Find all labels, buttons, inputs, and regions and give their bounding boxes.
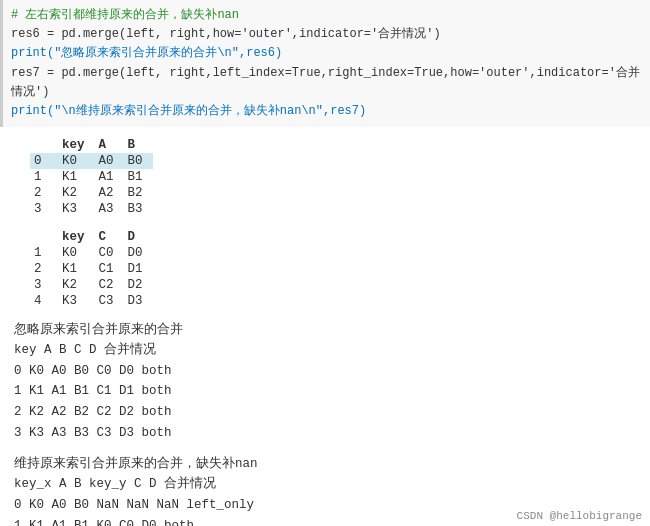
- list-item: 0 K0 A0 B0 C0 D0 both: [14, 361, 640, 382]
- section2-title: 维持原来索引合并原来的合并，缺失补nan: [14, 455, 640, 472]
- section1-output: key A B C D 合并情况 0 K0 A0 B0 C0 D0 both 1…: [14, 340, 640, 443]
- table1: key A B 0 K0 A0 B0 1 K1 A1 B1 2 K2 A2 B2: [30, 137, 153, 217]
- table-row: 3 K2 C2 D2: [30, 277, 153, 293]
- table-row: 2 K1 C1 D1: [30, 261, 153, 277]
- section1-title: 忽略原来索引合并原来的合并: [14, 321, 640, 338]
- footer-label: CSDN @hellobigrange: [517, 510, 642, 522]
- section1-headers: key A B C D 合并情况: [14, 340, 640, 361]
- table-row: 0 K0 A0 B0: [30, 153, 153, 169]
- code-line1: res6 = pd.merge(left, right,how='outer',…: [11, 25, 642, 44]
- table1-header: key A B: [30, 137, 153, 153]
- code-block: # 左右索引都维持原来的合并，缺失补nan res6 = pd.merge(le…: [0, 0, 650, 127]
- section2-headers: key_x A B key_y C D 合并情况: [14, 474, 640, 495]
- table-row: 4 K3 C3 D3: [30, 293, 153, 309]
- code-line2: res7 = pd.merge(left, right,left_index=T…: [11, 64, 642, 102]
- table2-header: key C D: [30, 229, 153, 245]
- table2: key C D 1 K0 C0 D0 2 K1 C1 D1 3 K2 C2 D2: [30, 229, 153, 309]
- list-item: 3 K3 A3 B3 C3 D3 both: [14, 423, 640, 444]
- table-row: 1 K0 C0 D0: [30, 245, 153, 261]
- main-content: key A B 0 K0 A0 B0 1 K1 A1 B1 2 K2 A2 B2: [0, 127, 650, 526]
- code-print2: print("\n维持原来索引合并原来的合并，缺失补nan\n",res7): [11, 102, 642, 121]
- code-print1: print("忽略原来索引合并原来的合并\n",res6): [11, 44, 642, 63]
- list-item: 2 K2 A2 B2 C2 D2 both: [14, 402, 640, 423]
- table1-section: key A B 0 K0 A0 B0 1 K1 A1 B1 2 K2 A2 B2: [10, 137, 640, 217]
- code-comment1: # 左右索引都维持原来的合并，缺失补nan: [11, 6, 642, 25]
- section1: 忽略原来索引合并原来的合并 key A B C D 合并情况 0 K0 A0 B…: [10, 321, 640, 443]
- table2-section: key C D 1 K0 C0 D0 2 K1 C1 D1 3 K2 C2 D2: [10, 229, 640, 309]
- table-row: 1 K1 A1 B1: [30, 169, 153, 185]
- list-item: 1 K1 A1 B1 C1 D1 both: [14, 381, 640, 402]
- table-row: 2 K2 A2 B2: [30, 185, 153, 201]
- table-row: 3 K3 A3 B3: [30, 201, 153, 217]
